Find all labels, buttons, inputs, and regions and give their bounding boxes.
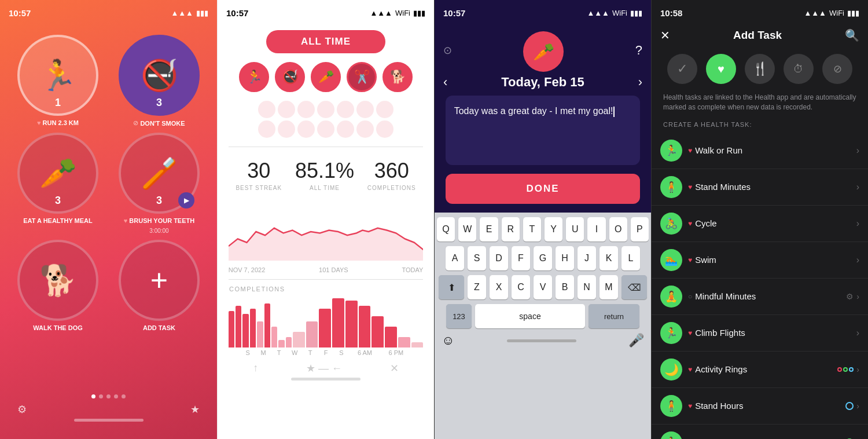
journal-text-area[interactable]: Today was a great day - I met my goal! bbox=[446, 96, 641, 165]
task-exercise-minutes[interactable]: 🏃 ♥ Exercise Minutes › bbox=[652, 425, 868, 439]
task-swim[interactable]: 🏊 ♥ Swim › bbox=[652, 242, 868, 279]
emoji-icon[interactable]: ☺ bbox=[442, 333, 454, 348]
key-h[interactable]: H bbox=[556, 246, 574, 270]
date-days: 101 DAYS bbox=[319, 266, 348, 273]
task-activity-rings[interactable]: 🌙 ♥ Activity Rings › bbox=[652, 352, 868, 388]
key-delete[interactable]: ⌫ bbox=[621, 275, 647, 299]
key-n[interactable]: N bbox=[578, 275, 596, 299]
task-circle-brush[interactable]: 🪥 3 ▶ bbox=[119, 133, 200, 214]
type-timer[interactable]: ⏱ bbox=[784, 54, 814, 84]
task-walk-or-run[interactable]: 🏃 ♥ Walk or Run › bbox=[652, 133, 868, 169]
key-t[interactable]: T bbox=[523, 217, 541, 242]
task-cell-eat[interactable]: 🥕 3 EAT A HEALTHY MEAL bbox=[10, 133, 106, 234]
task-circle-add[interactable]: + bbox=[119, 240, 200, 321]
key-o[interactable]: O bbox=[609, 217, 627, 242]
status-bar-4: 10:58 ▲▲▲ WiFi ▮▮▮ bbox=[652, 0, 868, 25]
dot-3 bbox=[106, 394, 111, 398]
streak-value: 30 bbox=[247, 159, 270, 183]
key-x[interactable]: X bbox=[490, 275, 508, 299]
star-icon-2[interactable]: ★ — ← bbox=[306, 362, 342, 375]
key-f[interactable]: F bbox=[512, 246, 530, 270]
trash-icon[interactable]: ✕ bbox=[390, 362, 399, 375]
key-s[interactable]: S bbox=[468, 246, 486, 270]
task-circle-eat[interactable]: 🥕 3 bbox=[17, 133, 98, 214]
key-numbers[interactable]: 123 bbox=[446, 304, 472, 328]
key-return[interactable]: return bbox=[589, 304, 639, 328]
task-cell-smoke[interactable]: 🚭 3 ⊘DON'T SMOKE bbox=[112, 35, 207, 127]
play-button[interactable]: ▶ bbox=[178, 192, 194, 208]
task-cell-dog[interactable]: 🐕 WALK THE DOG bbox=[10, 240, 106, 331]
type-check[interactable]: ✓ bbox=[667, 54, 697, 84]
bar-1 bbox=[229, 311, 234, 347]
search-button[interactable]: 🔍 bbox=[845, 28, 859, 42]
all-time-button[interactable]: ALL TIME bbox=[266, 30, 385, 53]
habit-icon-dog[interactable]: 🐕 bbox=[382, 62, 413, 92]
habit-icon-brush[interactable]: ✂️ bbox=[347, 62, 377, 92]
task-cycle[interactable]: 🚴 ♥ Cycle › bbox=[652, 206, 868, 242]
key-r[interactable]: R bbox=[502, 217, 520, 242]
task-stand-hours[interactable]: 🧍 ♥ Stand Hours › bbox=[652, 388, 868, 425]
key-space[interactable]: space bbox=[475, 304, 585, 328]
activity-extras: › bbox=[837, 365, 859, 374]
key-m[interactable]: M bbox=[599, 275, 618, 299]
brush-icon: 🪥 bbox=[141, 156, 178, 191]
habit-icon-run[interactable]: 🏃 bbox=[239, 62, 269, 92]
key-j[interactable]: J bbox=[578, 246, 596, 270]
key-u[interactable]: U bbox=[566, 217, 584, 242]
task-cell-add[interactable]: + ADD TASK bbox=[112, 240, 207, 331]
task-circle-dog[interactable]: 🐕 bbox=[17, 240, 98, 321]
task-cell-run[interactable]: 🏃 1 ♥RUN 2.3 KM bbox=[10, 35, 106, 127]
key-c[interactable]: C bbox=[512, 275, 530, 299]
mic-icon[interactable]: 🎤 bbox=[628, 333, 644, 348]
key-g[interactable]: G bbox=[534, 246, 552, 270]
settings-icon[interactable]: ⚙ bbox=[17, 403, 27, 416]
key-v[interactable]: V bbox=[534, 275, 552, 299]
key-p[interactable]: P bbox=[631, 217, 649, 242]
task-circle-run[interactable]: 🏃 1 bbox=[17, 35, 98, 116]
settings-gear-icon[interactable]: ⚙ bbox=[846, 292, 854, 301]
cycle-icon: 🚴 bbox=[660, 213, 682, 235]
task-mindful[interactable]: 🧘 ○ Mindful Minutes ⚙ › bbox=[652, 279, 868, 315]
key-w[interactable]: W bbox=[458, 217, 476, 242]
task-climb-flights[interactable]: 🏃 ♥ Climb Flights › bbox=[652, 315, 868, 352]
key-y[interactable]: Y bbox=[545, 217, 562, 242]
type-fork[interactable]: 🍴 bbox=[745, 54, 775, 84]
completions-label: COMPLETIONS bbox=[367, 185, 416, 191]
key-k[interactable]: K bbox=[599, 246, 618, 270]
key-e[interactable]: E bbox=[480, 217, 498, 242]
task-cell-brush[interactable]: 🪥 3 ▶ ♥BRUSH YOUR TEETH 3:00:00 bbox=[112, 133, 207, 234]
stand-min-label: Stand Minutes bbox=[695, 182, 751, 192]
type-no[interactable]: ⊘ bbox=[822, 54, 852, 84]
day-6pm: 6 PM bbox=[380, 349, 411, 356]
key-shift[interactable]: ⬆ bbox=[439, 275, 464, 299]
key-q[interactable]: Q bbox=[437, 217, 455, 242]
key-i[interactable]: I bbox=[587, 217, 605, 242]
journal-date: Today, Feb 15 bbox=[447, 75, 638, 90]
type-heart[interactable]: ♥ bbox=[706, 54, 736, 84]
done-button[interactable]: DONE bbox=[446, 174, 641, 204]
mindful-chevron: › bbox=[856, 292, 859, 301]
key-z[interactable]: Z bbox=[468, 275, 486, 299]
activity-heart: ♥ bbox=[688, 365, 692, 374]
share-icon[interactable]: ↑ bbox=[253, 362, 258, 375]
next-arrow[interactable]: › bbox=[638, 75, 642, 90]
star-icon[interactable]: ★ bbox=[190, 403, 200, 416]
key-b[interactable]: B bbox=[556, 275, 574, 299]
key-l[interactable]: L bbox=[621, 246, 640, 270]
status-bar-3: 10:57 ▲▲▲ WiFi ▮▮▮ bbox=[435, 0, 651, 25]
key-d[interactable]: D bbox=[490, 246, 508, 270]
task-circle-smoke[interactable]: 🚭 3 bbox=[119, 35, 200, 116]
key-a[interactable]: A bbox=[446, 246, 464, 270]
prev-arrow[interactable]: ‹ bbox=[443, 75, 447, 90]
add-task-title: Add Task bbox=[733, 29, 782, 42]
filter-icon[interactable]: ⊙ bbox=[443, 44, 452, 57]
help-icon[interactable]: ? bbox=[635, 43, 642, 58]
habit-icon-eat[interactable]: 🥕 bbox=[311, 62, 341, 92]
close-button[interactable]: ✕ bbox=[660, 28, 670, 42]
svg-marker-0 bbox=[229, 228, 424, 261]
status-bar-1: 10:57 ▲▲▲ ▮▮▮ bbox=[0, 0, 217, 25]
bar-11 bbox=[306, 321, 318, 347]
task-stand-minutes[interactable]: 🧍 ♥ Stand Minutes › bbox=[652, 169, 868, 206]
on-screen-keyboard: Q W E R T Y U I O P A S D F G H J K L ⬆ … bbox=[435, 213, 651, 439]
habit-icon-smoke[interactable]: 🚭 bbox=[275, 62, 305, 92]
